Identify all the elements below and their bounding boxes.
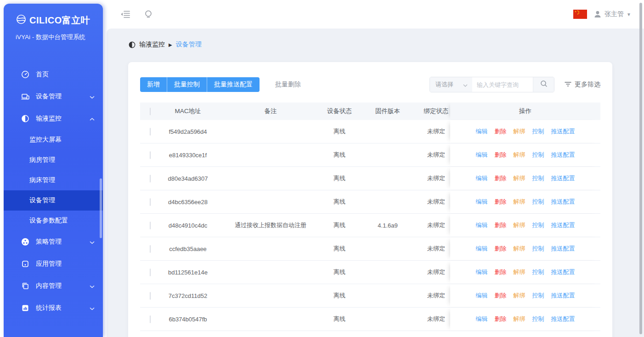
sidebar-item-strategy[interactable]: 策略管理 [4, 231, 103, 253]
keyword-search-input[interactable] [472, 77, 533, 92]
more-filter-button[interactable]: 更多筛选 [565, 80, 600, 89]
delete-link[interactable]: 删除 [495, 198, 507, 206]
edit-link[interactable]: 编辑 [476, 245, 488, 253]
control-link[interactable]: 控制 [532, 174, 544, 183]
row-checkbox[interactable] [150, 268, 151, 276]
select-all-checkbox[interactable] [150, 108, 151, 115]
edit-link[interactable]: 编辑 [476, 174, 488, 183]
push-config-link[interactable]: 推送配置 [551, 127, 575, 136]
chevron-up-icon [90, 115, 95, 122]
cell-status: 离线 [326, 127, 353, 136]
cell-binding: 未绑定 [422, 151, 450, 159]
cell-mac: e8149330ce1f [160, 152, 215, 159]
unbind-link[interactable]: 解绑 [514, 315, 525, 323]
edit-link[interactable]: 编辑 [476, 151, 488, 159]
breadcrumb-current[interactable]: 设备管理 [176, 40, 202, 49]
unbind-link[interactable]: 解绑 [514, 221, 525, 229]
china-flag-icon[interactable] [573, 10, 587, 19]
sidebar-subitem-device-params[interactable]: 设备参数配置 [4, 211, 103, 231]
edit-link[interactable]: 编辑 [476, 268, 488, 276]
push-config-link[interactable]: 推送配置 [551, 151, 575, 159]
unbind-link[interactable]: 解绑 [514, 174, 525, 183]
push-config-link[interactable]: 推送配置 [551, 174, 575, 183]
collapse-menu-icon[interactable] [120, 9, 130, 19]
unbind-link[interactable]: 解绑 [514, 127, 525, 136]
content-area: 输液监控 ▶ 设备管理 新增 批量控制 批量推送配置 批量删除 请选择 [107, 29, 644, 337]
row-checkbox[interactable] [150, 175, 151, 183]
sidebar-item-report[interactable]: 统计报表 [4, 297, 103, 319]
page-scrollbar[interactable] [639, 3, 642, 334]
search-button[interactable] [533, 77, 554, 92]
control-link[interactable]: 控制 [532, 291, 544, 300]
batch-delete-button[interactable]: 批量删除 [275, 80, 301, 89]
edit-link[interactable]: 编辑 [476, 221, 488, 229]
unbind-link[interactable]: 解绑 [514, 268, 525, 276]
push-config-link[interactable]: 推送配置 [551, 221, 575, 229]
sidebar-item-app-mgmt[interactable]: 应用管理 [4, 253, 103, 275]
control-link[interactable]: 控制 [532, 127, 544, 136]
control-link[interactable]: 控制 [532, 198, 544, 206]
control-link[interactable]: 控制 [532, 151, 544, 159]
sidebar-subitem-monitor-screen[interactable]: 监控大屏幕 [4, 130, 103, 150]
control-link[interactable]: 控制 [532, 268, 544, 276]
cell-actions: 编辑 删除 解绑 控制 推送配置 [450, 120, 600, 143]
row-checkbox[interactable] [150, 151, 151, 159]
delete-link[interactable]: 删除 [495, 127, 507, 136]
row-checkbox[interactable] [150, 222, 151, 229]
edit-link[interactable]: 编辑 [476, 127, 488, 136]
delete-link[interactable]: 删除 [495, 151, 507, 159]
filter-select[interactable]: 请选择 [430, 77, 472, 92]
push-config-link[interactable]: 推送配置 [551, 245, 575, 253]
cell-actions: 编辑 删除 解绑 控制 推送配置 [450, 214, 600, 237]
cilico-logo-icon [16, 14, 27, 27]
sidebar-subitem-bed-mgmt[interactable]: 病床管理 [4, 170, 103, 190]
unbind-link[interactable]: 解绑 [514, 151, 525, 159]
row-checkbox[interactable] [150, 292, 151, 300]
cell-binding: 未绑定 [422, 315, 450, 323]
user-menu[interactable]: 张主管 ▼ [593, 10, 631, 18]
sidebar-item-label: 统计报表 [36, 304, 62, 312]
cell-actions: 编辑 删除 解绑 控制 推送配置 [450, 261, 600, 284]
unbind-link[interactable]: 解绑 [514, 245, 525, 253]
row-checkbox[interactable] [150, 315, 151, 323]
header-mac: MAC地址 [160, 107, 215, 115]
unbind-link[interactable]: 解绑 [514, 198, 525, 206]
infusion-breadcrumb-icon [129, 41, 136, 48]
batch-control-button[interactable]: 批量控制 [167, 77, 207, 92]
sidebar-item-content-mgmt[interactable]: 内容管理 [4, 275, 103, 297]
push-config-link[interactable]: 推送配置 [551, 291, 575, 300]
cell-firmware: 4.1.6a9 [353, 222, 422, 229]
delete-link[interactable]: 删除 [495, 221, 507, 229]
unbind-link[interactable]: 解绑 [514, 291, 525, 300]
chevron-down-icon [90, 282, 95, 290]
delete-link[interactable]: 删除 [495, 174, 507, 183]
sidebar-scrollbar-thumb[interactable] [100, 178, 102, 238]
control-link[interactable]: 控制 [532, 245, 544, 253]
push-config-link[interactable]: 推送配置 [551, 198, 575, 206]
report-icon [21, 304, 29, 312]
cell-mac: ccfedb35aaee [160, 246, 215, 252]
push-config-link[interactable]: 推送配置 [551, 268, 575, 276]
edit-link[interactable]: 编辑 [476, 198, 488, 206]
edit-link[interactable]: 编辑 [476, 315, 488, 323]
batch-push-config-button[interactable]: 批量推送配置 [207, 77, 260, 92]
delete-link[interactable]: 删除 [495, 291, 507, 300]
edit-link[interactable]: 编辑 [476, 291, 488, 300]
push-config-link[interactable]: 推送配置 [551, 315, 575, 323]
cell-note: 通过接收上报数据自动注册 [215, 221, 326, 229]
control-link[interactable]: 控制 [532, 221, 544, 229]
control-link[interactable]: 控制 [532, 315, 544, 323]
lightbulb-icon[interactable] [143, 9, 153, 19]
sidebar-subitem-device-mgmt-active[interactable]: 设备管理 [4, 190, 103, 211]
sidebar-subitem-ward-mgmt[interactable]: 病房管理 [4, 150, 103, 170]
sidebar-item-infusion[interactable]: 输液监控 [4, 108, 103, 130]
delete-link[interactable]: 删除 [495, 268, 507, 276]
add-button[interactable]: 新增 [140, 77, 167, 92]
sidebar-item-home[interactable]: 首页 [4, 63, 103, 86]
delete-link[interactable]: 删除 [495, 315, 507, 323]
sidebar-item-device-mgmt[interactable]: 设备管理 [4, 86, 103, 108]
delete-link[interactable]: 删除 [495, 245, 507, 253]
row-checkbox[interactable] [150, 198, 151, 206]
row-checkbox[interactable] [150, 128, 151, 136]
row-checkbox[interactable] [150, 245, 151, 253]
